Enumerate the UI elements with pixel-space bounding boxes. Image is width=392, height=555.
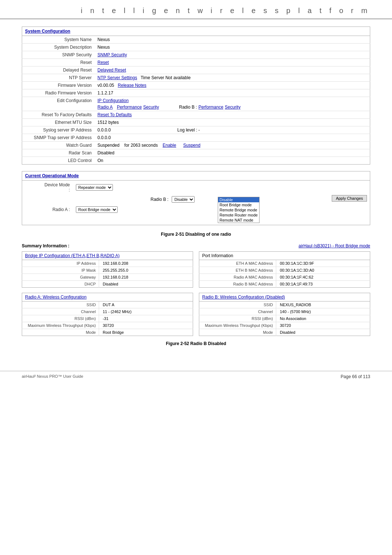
table-row: LED Control On bbox=[22, 157, 370, 165]
row-label: Maximum Wireless Throughput (Kbps) bbox=[199, 322, 276, 329]
row-label: Channel bbox=[199, 308, 276, 315]
row-value: 1.1.2.17 bbox=[95, 89, 370, 97]
row-label: System Description bbox=[22, 44, 95, 51]
system-config-table: System Configuration System Name Nexus S… bbox=[22, 27, 370, 165]
system-config-link[interactable]: System Configuration bbox=[25, 29, 70, 34]
reset-factory-link[interactable]: Reset To Defaults bbox=[98, 112, 132, 117]
table-row: Radio Firmware Version 1.1.2.17 bbox=[22, 89, 370, 97]
table-row: Mode Root Bridge bbox=[22, 329, 193, 336]
apply-changes-cell: Apply Changes bbox=[312, 194, 370, 225]
dropdown-option-root-bridge[interactable]: Root Bridge mode bbox=[218, 202, 259, 207]
footer-left: airHaul² Nexus PRO™ User Guide bbox=[22, 374, 83, 379]
row-value: Disabled bbox=[95, 149, 370, 157]
table-row: SSID NEXUS_RADIOB bbox=[199, 301, 370, 308]
row-value: 192.168.0.208 bbox=[99, 260, 193, 267]
radio-wireless-section: Radio A: Wireless Configuration SSID DUT… bbox=[22, 293, 370, 336]
row-label: Radar Scan bbox=[22, 149, 95, 157]
watch-guard-enable-link[interactable]: Enable bbox=[163, 143, 176, 148]
row-label: Reset To Factory Defaults bbox=[22, 111, 95, 119]
row-label: SNMP Security bbox=[22, 51, 95, 59]
table-row: NTP Server NTP Server Settings Time Serv… bbox=[22, 74, 370, 82]
dropdown-option-disable[interactable]: Disable bbox=[218, 197, 259, 202]
table-row: Syslog server IP Address 0.0.0.0 Log lev… bbox=[22, 126, 370, 134]
radio-b-wireless-header: Radio B: Wireless Configuration (Disable… bbox=[199, 293, 370, 301]
table-row: Radar Scan Disabled bbox=[22, 149, 370, 157]
radio-a-mode-value: Root Bridge mode bbox=[73, 194, 140, 225]
row-value: 192.168.0.218 bbox=[99, 274, 193, 281]
radio-b-security-link[interactable]: Security bbox=[225, 105, 240, 110]
radio-a-security-link[interactable]: Security bbox=[143, 105, 159, 110]
row-value: Disabled bbox=[276, 329, 370, 336]
table-row: Edit Configuration IP Configuration Radi… bbox=[22, 97, 370, 111]
table-row: ETH B MAC Address 00:30:1A:1C:3D:A0 bbox=[199, 267, 370, 274]
radio-a-link[interactable]: Radio A bbox=[98, 105, 113, 110]
table-row: Watch Guard Suspended for 2063 seconds E… bbox=[22, 142, 370, 149]
row-value: 00:30:1A:1C:3D:A0 bbox=[276, 267, 370, 274]
row-value: 00:30:1A:1C:3D:9F bbox=[276, 260, 370, 267]
port-info-header: Port Information bbox=[199, 252, 370, 260]
row-label: SNMP Trap server IP Address bbox=[22, 134, 95, 142]
radio-a-performance-link[interactable]: Performance bbox=[117, 105, 142, 110]
radio-b-label: Radio B : bbox=[179, 105, 197, 110]
table-row: Delayed Reset Delayed Reset bbox=[22, 66, 370, 74]
device-mode-select[interactable]: Repeater mode bbox=[76, 184, 113, 191]
row-label: IP Address bbox=[22, 260, 99, 267]
radio-b-mode-label: Radio B : bbox=[151, 197, 168, 202]
ntp-settings-link[interactable]: NTP Server Settings bbox=[98, 75, 137, 80]
radio-a-mode-label: Radio A : bbox=[22, 194, 73, 225]
row-label: Radio Firmware Version bbox=[22, 89, 95, 97]
table-row: Reset Reset bbox=[22, 59, 370, 66]
bridge-ip-section: Bridge IP Configuration (ETH A,ETH B,RAD… bbox=[22, 251, 193, 288]
row-label: Watch Guard bbox=[22, 142, 95, 149]
row-label: SSID bbox=[199, 301, 276, 308]
snmp-security-link[interactable]: SNMP Security bbox=[98, 52, 127, 57]
page-content: System Configuration System Name Nexus S… bbox=[0, 19, 392, 360]
radio-mode-row: Radio A : Root Bridge mode Radio B : Dis… bbox=[22, 194, 370, 225]
row-label: Mode bbox=[22, 329, 99, 336]
reset-link[interactable]: Reset bbox=[98, 60, 109, 65]
release-notes-link[interactable]: Release Notes bbox=[118, 83, 147, 88]
row-value: 0.0.0.0 Log level : - bbox=[95, 126, 370, 134]
page-footer: airHaul² Nexus PRO™ User Guide Page 66 o… bbox=[0, 371, 392, 382]
table-row: System Description Nexus bbox=[22, 44, 370, 51]
radio-a-wireless-link[interactable]: Radio A: Wireless Configuration bbox=[25, 295, 86, 300]
row-value: 00:30:1A:1F:4C:62 bbox=[276, 274, 370, 281]
radio-b-wireless-section: Radio B: Wireless Configuration (Disable… bbox=[199, 293, 370, 336]
radio-a-wireless-table: Radio A: Wireless Configuration SSID DUT… bbox=[22, 293, 193, 336]
row-label: System Name bbox=[22, 36, 95, 44]
radio-a-mode-select[interactable]: Root Bridge mode bbox=[76, 206, 118, 213]
apply-changes-button[interactable]: Apply Changes bbox=[332, 195, 367, 202]
ip-config-link[interactable]: IP Configuration bbox=[98, 98, 129, 103]
operational-mode-table: Current Operational Mode Device Mode: Re… bbox=[22, 171, 370, 225]
table-row: Gateway 192.168.0.218 bbox=[22, 274, 193, 281]
row-label: ETH B MAC Address bbox=[199, 267, 276, 274]
radio-b-mode-select[interactable]: Disable bbox=[172, 196, 195, 203]
operational-mode-header: Current Operational Mode bbox=[22, 171, 370, 181]
figure2-caption: Figure 2-52 Radio B Disabled bbox=[22, 341, 370, 346]
watch-guard-duration: for 2063 seconds bbox=[124, 143, 158, 148]
table-row: System Name Nexus bbox=[22, 36, 370, 44]
row-label: Firmware Version bbox=[22, 82, 95, 89]
row-label: Syslog server IP Address bbox=[22, 126, 95, 134]
row-value: 255.255.255.0 bbox=[99, 267, 193, 274]
row-label: DHCP bbox=[22, 281, 99, 288]
radio-b-performance-link[interactable]: Performance bbox=[199, 105, 224, 110]
row-label: Reset bbox=[22, 59, 95, 66]
dropdown-option-remote-bridge[interactable]: Remote Bridge mode bbox=[218, 207, 259, 212]
device-summary-link[interactable]: airHaul (sB3021) - Root Bridge mode bbox=[299, 243, 370, 248]
bridge-ip-link[interactable]: Bridge IP Configuration (ETH A,ETH B,RAD… bbox=[25, 253, 120, 258]
figure1-caption: Figure 2-51 Disabling of one radio bbox=[22, 232, 370, 237]
operational-mode-link[interactable]: Current Operational Mode bbox=[25, 173, 79, 178]
watch-guard-suspend-link[interactable]: Suspend bbox=[183, 143, 200, 148]
radio-b-wireless-link[interactable]: Radio B: Wireless Configuration (Disable… bbox=[202, 295, 285, 300]
row-value: SNMP Security bbox=[95, 51, 370, 59]
delayed-reset-link[interactable]: Delayed Reset bbox=[98, 68, 126, 73]
table-row: Channel 140 - (5700 MHz) bbox=[199, 308, 370, 315]
row-label: ETH A MAC Address bbox=[199, 260, 276, 267]
table-row: SNMP Trap server IP Address 0.0.0.0 bbox=[22, 134, 370, 142]
dropdown-option-remote-router[interactable]: Remote Router mode bbox=[218, 212, 259, 218]
dropdown-option-remote-nat[interactable]: Remote NAT mode bbox=[218, 218, 259, 223]
header-title: i n t e l l i g e n t w i r e l e s s p … bbox=[81, 7, 370, 15]
row-value: Reset To Defaults bbox=[95, 111, 370, 119]
row-value: Reset bbox=[95, 59, 370, 66]
